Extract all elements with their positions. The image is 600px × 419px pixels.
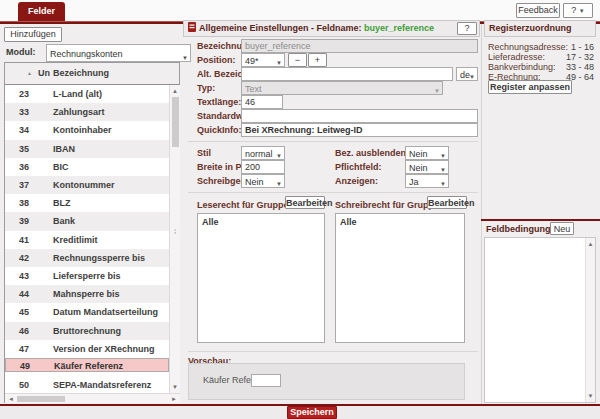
chevron-down-icon: ▼ [440,178,446,188]
group-list-item[interactable]: Alle [340,217,460,227]
scroll-up-icon[interactable]: ▲ [586,241,595,247]
table-row[interactable]: 42Rechnungssperre bis [5,249,169,267]
row-label: Kontoinhaber [53,121,112,139]
conditions-divider [481,219,600,221]
column-header-bezeichnung[interactable]: Bezeichnung [53,68,109,78]
new-condition-button[interactable]: Neu [550,222,574,235]
table-row[interactable]: 50SEPA-Mandatsreferenz [5,376,169,393]
row-number: 43 [19,267,29,285]
edit-write-groups-button[interactable]: Bearbeiten [427,196,467,209]
row-label: Liefersperre bis [53,267,121,285]
table-row[interactable]: 35IBAN [5,140,169,158]
breite-input[interactable] [241,160,285,174]
add-field-button[interactable]: Hinzufügen [4,27,62,42]
table-row[interactable]: 46Bruttorechnung [5,322,169,340]
scroll-right-icon[interactable]: ► [170,396,178,402]
table-row[interactable]: 45Datum Mandatserteilung [5,303,169,321]
scrollbar-thumb[interactable] [17,396,65,402]
module-select[interactable]: Rechnungskonten ▼ [46,44,191,62]
help-menu-button[interactable]: ? ▼ [563,3,593,18]
row-number: 33 [19,103,29,121]
row-label: Kontonummer [53,176,115,194]
position-select[interactable]: 49* ▼ [241,53,285,67]
row-number: 42 [19,249,29,267]
quickinfo-input[interactable] [241,123,478,137]
table-row[interactable]: 33Zahlungsart [5,103,169,121]
alt-bezeichnung-input[interactable] [241,67,453,81]
row-label: BLZ [53,194,71,212]
table-row[interactable]: 37Kontonummer [5,176,169,194]
module-select-value: Rechnungskonten [50,49,123,59]
register-anpassen-button[interactable]: Register anpassen [488,80,572,94]
row-label: IBAN [53,140,75,158]
bez-ausblenden-select[interactable]: Nein ▼ [405,146,449,160]
edit-read-groups-button[interactable]: Bearbeiten [285,196,325,209]
chevron-down-icon: ▼ [579,8,585,14]
table-row[interactable]: 36BIC [5,158,169,176]
bezeichnung-input[interactable] [241,39,478,53]
row-number: 47 [19,340,29,358]
table-row[interactable]: 38BLZ [5,194,169,212]
pflichtfeld-select[interactable]: Nein ▼ [405,160,449,174]
column-header-un[interactable]: Un [38,68,50,78]
panel-divider [481,24,482,405]
textlaenge-input[interactable] [241,95,283,109]
panel-splitter[interactable]: ⁞ [174,230,176,234]
vertical-scrollbar[interactable]: ▲ ▼ [169,85,180,393]
chevron-down-icon: ▼ [276,57,282,67]
sort-ascending-icon: ▲ [27,70,32,76]
anzeigen-select[interactable]: Ja ▼ [405,174,449,188]
textlaenge-label: Textlänge: [197,95,241,109]
table-row[interactable]: 43Liefersperre bis [5,267,169,285]
stil-value: normal [245,149,273,159]
separator [188,192,478,193]
standardwert-input[interactable] [241,109,478,123]
settings-help-button[interactable]: ? [457,22,477,35]
conditions-scrollbar[interactable]: ▲ ▼ [585,238,595,402]
bez-ausblenden-label: Bez. ausblenden: [335,146,409,160]
group-list-item[interactable]: Alle [202,217,320,227]
row-number: 38 [19,194,29,212]
horizontal-scrollbar[interactable]: ◄ ► [5,393,180,403]
table-row[interactable]: 44Mahnsperre bis [5,285,169,303]
tab-felder[interactable]: Felder [18,2,65,21]
table-row[interactable]: 49Käufer Referenz [5,358,169,372]
row-label: Bank [53,212,75,230]
row-number: 23 [19,85,29,103]
help-menu-label: ? [571,5,576,15]
table-row[interactable]: 41Kreditlimit [5,231,169,249]
typ-select[interactable]: Text ▼ [241,81,443,95]
row-number: 49 [20,360,30,372]
preview-field-input[interactable] [251,374,281,387]
conditions-list[interactable]: ▲ ▼ [484,237,596,403]
row-number: 36 [19,158,29,176]
scroll-left-icon[interactable]: ◄ [7,396,15,402]
scroll-up-icon[interactable]: ▲ [170,88,180,94]
schreibgeschuetzt-select[interactable]: Nein ▼ [241,174,285,188]
stil-select[interactable]: normal ▼ [241,146,285,160]
save-button[interactable]: Speichern [287,406,337,419]
read-groups-listbox[interactable]: Alle [197,213,325,343]
row-label: Kreditlimit [53,231,98,249]
position-increment-button[interactable]: + [308,53,327,67]
table-row[interactable]: 47Version der XRechnung [5,340,169,358]
scroll-down-icon[interactable]: ▼ [170,384,180,390]
chevron-down-icon: ▼ [276,178,282,188]
quickinfo-label: QuickInfo: [197,123,242,137]
table-row[interactable]: 39Bank [5,212,169,230]
chevron-down-icon: ▼ [434,85,440,95]
settings-panel-title: Allgemeine Einstellungen - Feldname: [199,23,362,33]
top-bar [0,0,600,21]
row-number: 50 [19,376,29,393]
language-select[interactable]: de ▼ [456,67,478,81]
feedback-button[interactable]: Feedback [516,3,560,18]
table-row[interactable]: 23L-Land (alt) [5,85,169,103]
settings-panel-header: Allgemeine Einstellungen - Feldname: buy… [183,20,480,37]
position-decrement-button[interactable]: − [288,53,307,67]
table-row[interactable]: 34Kontoinhaber [5,121,169,139]
bez-ausblenden-value: Nein [409,149,428,159]
scrollbar-thumb[interactable] [172,97,179,147]
write-groups-listbox[interactable]: Alle [335,213,465,343]
scroll-down-icon[interactable]: ▼ [586,393,595,399]
field-list-header[interactable]: ▲ Un Bezeichnung [5,63,179,85]
